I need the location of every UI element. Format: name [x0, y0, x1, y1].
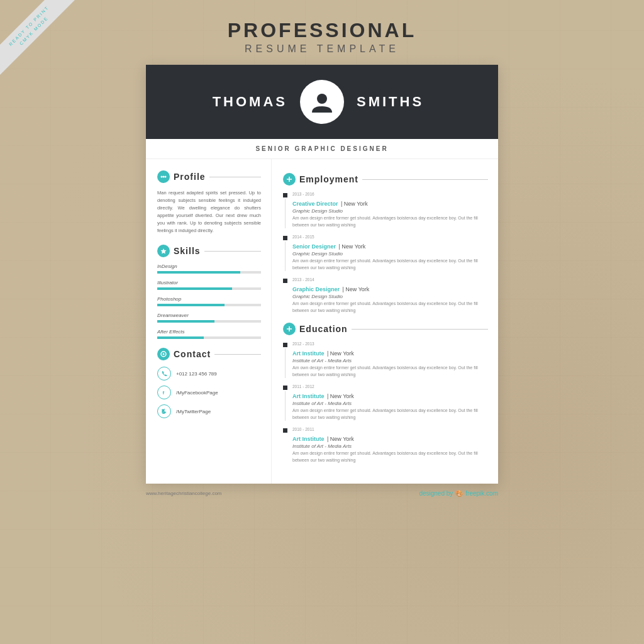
timeline-location: | New York: [341, 201, 368, 207]
timeline-location: | New York: [342, 286, 369, 292]
resume-header: THOMAS SMITHS: [146, 65, 498, 139]
skill-bar-fill: [157, 304, 225, 306]
employment-item: 2014 - 2015 Senior Designer | New York G…: [283, 235, 488, 271]
timeline-desc: Am own design entire former get should. …: [292, 215, 488, 228]
timeline-desc: Am own design entire former get should. …: [292, 450, 488, 464]
page-title-line1: PROFESSIONAL: [228, 19, 416, 42]
skill-name: Photoshop: [157, 296, 261, 302]
timeline-role: Art Institute: [292, 436, 325, 442]
footer-right: designed by 🎨 freepik.com: [419, 490, 498, 497]
phone-text: +012 123 456 789: [176, 371, 217, 377]
timeline-content: 2013 - 2014 Graphic Designer | New York …: [292, 277, 488, 314]
timeline-role: Art Institute: [292, 350, 325, 357]
contact-section: Contact +012 123 456 789 f /MyFacebookPa…: [157, 348, 261, 418]
profile-icon: [157, 170, 170, 183]
timeline-year: 2013 - 2016: [292, 192, 488, 196]
contact-twitter-item: /MyTwitterPage: [157, 404, 261, 418]
timeline-content: 2013 - 2016 Creative Director | New York…: [292, 192, 488, 228]
timeline-year: 2010 - 2011: [292, 427, 488, 431]
timeline-year: 2012 - 2013: [292, 341, 488, 346]
employment-title: Employment: [299, 174, 358, 184]
timeline-role-loc: Senior Designer | New York: [292, 240, 488, 251]
education-header: Education: [283, 323, 488, 335]
timeline-dot: [283, 279, 287, 283]
last-name: SMITHS: [344, 94, 479, 110]
skill-bar-fill: [157, 287, 232, 290]
timeline-dot: [283, 193, 287, 197]
timeline-role-loc: Art Institute | New York: [292, 432, 488, 443]
right-column: Employment 2013 - 2016 Creative Director…: [272, 159, 498, 484]
timeline-role-loc: Art Institute | New York: [292, 389, 488, 401]
phone-icon: [157, 367, 171, 380]
timeline-company: Graphic Design Studio: [292, 208, 488, 214]
footer: www.heritagechristiancollege.com designe…: [146, 490, 498, 497]
page-title-block: PROFESSIONAL RESUME TEMPLATE: [228, 19, 416, 55]
timeline-dot: [283, 428, 287, 433]
skills-list: InDesign Illustrator Photoshop Dreamweav…: [157, 264, 261, 339]
contact-title: Contact: [174, 349, 211, 359]
timeline-location: | New York: [327, 350, 354, 357]
skills-line: [204, 251, 261, 252]
timeline-dot: [283, 343, 287, 347]
svg-marker-4: [161, 248, 167, 254]
skill-bar-fill: [157, 336, 204, 339]
timeline-dot-col: [283, 235, 287, 271]
employment-item: 2013 - 2014 Graphic Designer | New York …: [283, 277, 488, 314]
svg-point-2: [161, 176, 163, 178]
banner-line1: READY TO PRINT: [0, 0, 76, 73]
left-column: Profile Man request adapted spirits set …: [146, 159, 272, 484]
timeline-role-loc: Creative Director | New York: [292, 197, 488, 208]
timeline-role: Graphic Designer: [292, 286, 340, 292]
timeline-dot-col: [283, 192, 287, 228]
education-list: 2012 - 2013 Art Institute | New York Ins…: [283, 341, 488, 464]
education-icon: [283, 323, 296, 335]
timeline-year: 2013 - 2014: [292, 277, 488, 282]
timeline-content: 2014 - 2015 Senior Designer | New York G…: [292, 235, 488, 271]
footer-brand: freepik.com: [465, 490, 498, 497]
svg-point-0: [317, 94, 327, 104]
education-title: Education: [299, 324, 348, 334]
avatar-icon: [309, 89, 335, 115]
svg-point-6: [163, 353, 165, 355]
timeline-role: Art Institute: [292, 393, 325, 399]
timeline-company: Institute of Art - Media Arts: [292, 358, 488, 364]
skills-header: Skills: [157, 245, 261, 257]
skill-bar-bg: [157, 304, 261, 306]
skill-bar-fill: [157, 320, 214, 323]
timeline-company: Institute of Art - Media Arts: [292, 401, 488, 406]
skill-name: Illustrator: [157, 280, 261, 286]
timeline-line: [285, 199, 286, 228]
ready-to-print-banner: READY TO PRINT CMYK MODE: [0, 0, 101, 101]
timeline-content: 2010 - 2011 Art Institute | New York Ins…: [292, 427, 488, 464]
resume-body: Profile Man request adapted spirits set …: [146, 159, 498, 484]
facebook-text: /MyFacebookPage: [176, 390, 218, 396]
timeline-desc: Am own design entire former get should. …: [292, 408, 488, 421]
timeline-company: Graphic Design Studio: [292, 294, 488, 299]
footer-left: www.heritagechristiancollege.com: [146, 491, 222, 496]
skill-item: After Effects: [157, 329, 261, 339]
timeline-location: | New York: [327, 436, 354, 442]
skills-section: Skills InDesign Illustrator Photoshop Dr…: [157, 245, 261, 339]
timeline-content: 2011 - 2012 Art Institute | New York Ins…: [292, 384, 488, 421]
employment-list: 2013 - 2016 Creative Director | New York…: [283, 192, 488, 314]
skill-name: InDesign: [157, 264, 261, 269]
timeline-company: Institute of Art - Media Arts: [292, 443, 488, 449]
profile-section: Profile Man request adapted spirits set …: [157, 170, 261, 235]
timeline-line: [285, 348, 286, 378]
timeline-dot: [283, 386, 287, 390]
svg-point-1: [163, 176, 165, 178]
education-item: 2011 - 2012 Art Institute | New York Ins…: [283, 384, 488, 421]
resume-card: THOMAS SMITHS SENIOR GRAPHIC DESIGNER Pr…: [146, 65, 498, 484]
skills-title: Skills: [174, 246, 201, 256]
timeline-dot-col: [283, 341, 287, 378]
employment-item: 2013 - 2016 Creative Director | New York…: [283, 192, 488, 228]
timeline-line: [285, 391, 286, 421]
employment-icon: [283, 173, 296, 186]
timeline-dot: [283, 236, 287, 240]
timeline-year: 2014 - 2015: [292, 235, 488, 239]
contact-facebook-item: f /MyFacebookPage: [157, 386, 261, 399]
profile-header: Profile: [157, 170, 261, 183]
skills-icon: [157, 245, 170, 257]
job-title: SENIOR GRAPHIC DESIGNER: [146, 139, 498, 159]
timeline-year: 2011 - 2012: [292, 384, 488, 389]
